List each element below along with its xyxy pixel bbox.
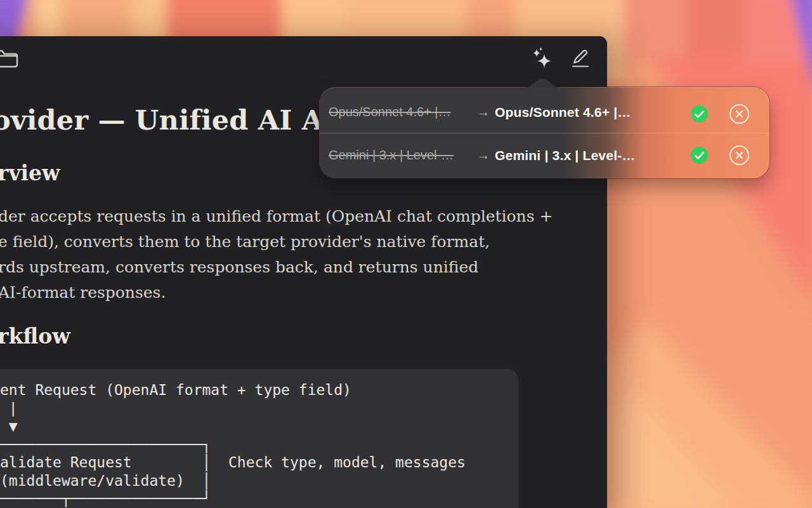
code-line: ───────────────────────┐ [0,436,466,454]
new-title-suggestion: Opus/Sonnet 4.6+ |… [495,105,631,120]
overview-heading: rview [0,161,60,185]
sparkles-ai-icon[interactable] [530,47,553,72]
folder-icon[interactable] [0,47,19,72]
edit-pencil-icon[interactable] [570,48,591,71]
workflow-ascii-diagram: ent Request (OpenAI format + type field)… [0,381,466,508]
code-line: (middleware/validate) │ [0,472,466,490]
overview-paragraph-line: der accepts requests in a unified format… [0,207,553,225]
reject-x-icon[interactable] [730,145,749,165]
new-title-suggestion: Gemini | 3.x | Level-… [495,148,636,163]
old-title-strikethrough: Gemini | 3.x | Level-… [329,148,476,163]
rename-arrow-icon: → [477,105,490,119]
code-line: ent Request (OpenAI format + type field) [0,381,466,399]
overview-paragraph-line: AI-format responses. [0,283,166,302]
old-title-strikethrough: Opus/Sonnet 4.6+ |… [329,105,476,119]
rename-suggestion-row: Opus/Sonnet 4.6+ |… → Opus/Sonnet 4.6+ |… [319,87,769,133]
accept-check-icon[interactable] [691,105,708,123]
code-line: ▼ [0,417,466,436]
reject-x-icon[interactable] [730,104,749,124]
code-line: ───────┬───────────────┘ [0,490,466,508]
code-line: alidate Request │ Check type, model, mes… [0,453,466,472]
workflow-heading: rkflow [0,324,70,349]
overview-paragraph-line: e field), converts them to the target pr… [0,232,490,251]
ai-rename-suggestions-popover: Opus/Sonnet 4.6+ |… → Opus/Sonnet 4.6+ |… [319,87,769,178]
overview-paragraph-line: rds upstream, converts responses back, a… [0,258,478,276]
rename-suggestion-row: Gemini | 3.x | Level-… → Gemini | 3.x | … [319,133,769,178]
document-title: ovider — Unified AI API [0,104,357,136]
code-line: | [0,399,466,418]
screen: ovider — Unified AI API rview der accept… [0,0,812,508]
rename-arrow-icon: → [477,148,490,163]
accept-check-icon[interactable] [691,147,708,164]
